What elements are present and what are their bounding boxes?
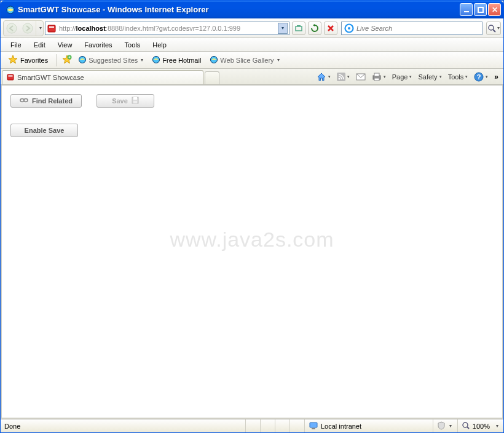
svg-line-35: [467, 427, 469, 429]
tab-active[interactable]: SmartGWT Showcase: [2, 70, 203, 84]
status-pad-4: [289, 419, 304, 432]
home-button[interactable]: ▾: [314, 72, 333, 82]
tab-bar: SmartGWT Showcase ▾ ▾ ▾ Page ▾: [1, 69, 503, 85]
shield-icon: [437, 421, 446, 431]
status-text: Done: [1, 419, 245, 432]
find-related-button[interactable]: Find Related: [10, 94, 82, 108]
watermark-text: www.java2s.com: [170, 228, 334, 252]
safety-menu[interactable]: Safety ▾: [415, 73, 444, 81]
svg-rect-24: [374, 78, 379, 81]
bing-icon: [344, 23, 354, 33]
web-slice-label: Web Slice Gallery: [220, 57, 274, 64]
enable-save-label: Enable Save: [25, 127, 65, 134]
protected-mode[interactable]: ▾: [433, 419, 457, 432]
svg-rect-8: [297, 25, 301, 26]
tools-label: Tools: [448, 73, 464, 81]
help-button[interactable]: ? ▾: [471, 72, 490, 82]
svg-rect-32: [310, 423, 317, 427]
read-mail-button[interactable]: [353, 73, 368, 81]
svg-point-10: [348, 27, 350, 30]
url-path: :8888/index.html?gwt.codesvr=127.0.0.1:9…: [106, 25, 240, 32]
tools-menu[interactable]: Tools ▾: [446, 73, 471, 81]
enable-save-button[interactable]: Enable Save: [10, 124, 78, 137]
svg-point-3: [7, 23, 17, 33]
find-related-label: Find Related: [32, 97, 73, 105]
safety-label: Safety: [418, 73, 437, 81]
security-zone[interactable]: Local intranet: [304, 419, 433, 432]
svg-rect-33: [312, 428, 315, 429]
toolbar-overflow-button[interactable]: »: [492, 73, 501, 81]
url-host: localhost: [76, 25, 106, 32]
svg-text:?: ?: [477, 73, 481, 81]
search-box[interactable]: [341, 22, 482, 35]
menu-file[interactable]: File: [6, 40, 26, 50]
command-bar: ▾ ▾ ▾ Page ▾ Safety ▾ Tools: [312, 69, 503, 84]
svg-line-12: [493, 30, 495, 32]
address-dropdown[interactable]: ▾: [278, 23, 288, 34]
svg-rect-23: [374, 73, 379, 76]
stop-button[interactable]: [324, 22, 337, 35]
feeds-button[interactable]: ▾: [334, 73, 352, 81]
print-button[interactable]: ▾: [369, 73, 388, 81]
menu-favorites[interactable]: Favorites: [79, 40, 117, 50]
browser-window: SmartGWT Showcase - Windows Internet Exp…: [0, 0, 504, 433]
svg-rect-18: [9, 76, 13, 77]
chevron-down-icon: ▾: [496, 423, 498, 429]
address-url: http://localhost:8888/index.html?gwt.cod…: [59, 25, 278, 32]
save-label: Save: [112, 97, 128, 105]
menu-view[interactable]: View: [53, 40, 77, 50]
suggested-sites-link[interactable]: Suggested Sites ▾: [76, 54, 146, 66]
menu-help[interactable]: Help: [148, 40, 171, 50]
computer-icon: [309, 421, 318, 431]
titlebar: SmartGWT Showcase - Windows Internet Exp…: [1, 1, 503, 18]
chevron-down-icon: ▾: [277, 57, 280, 63]
svg-point-34: [463, 423, 468, 427]
page-content: Find Related Save Enable Save www.java2s…: [1, 85, 503, 419]
nav-history-dropdown[interactable]: ▾: [36, 21, 43, 36]
window-title: SmartGWT Showcase - Windows Internet Exp…: [18, 5, 460, 14]
svg-rect-30: [133, 97, 137, 100]
menu-tools[interactable]: Tools: [120, 40, 146, 50]
svg-rect-5: [48, 25, 55, 32]
menu-edit[interactable]: Edit: [29, 40, 50, 50]
favorites-button[interactable]: Favorites: [4, 54, 52, 67]
page-menu[interactable]: Page ▾: [390, 73, 415, 81]
close-button[interactable]: ✕: [488, 3, 501, 16]
svg-point-11: [489, 25, 494, 30]
ie-page-icon: [152, 55, 160, 65]
search-go-button[interactable]: ▾: [486, 22, 501, 35]
status-bar: Done Local intranet ▾ 100% ▾: [1, 419, 503, 432]
new-tab-button[interactable]: [205, 71, 219, 84]
tab-title: SmartGWT Showcase: [17, 74, 84, 81]
chevron-down-icon: ▾: [347, 74, 350, 79]
back-button[interactable]: [4, 21, 20, 36]
search-input[interactable]: [356, 25, 479, 32]
zoom-control[interactable]: 100% ▾: [457, 419, 503, 432]
svg-rect-31: [133, 101, 137, 103]
status-pad-3: [275, 419, 289, 432]
add-favorite-icon[interactable]: [62, 55, 72, 66]
address-bar[interactable]: http://localhost:8888/index.html?gwt.cod…: [45, 22, 289, 35]
forward-button[interactable]: [20, 21, 36, 36]
refresh-button[interactable]: [308, 22, 321, 35]
window-controls: ✕: [460, 3, 501, 16]
link-icon: [20, 97, 28, 105]
chevron-down-icon: ▾: [141, 57, 143, 63]
compat-view-button[interactable]: [292, 22, 305, 35]
save-button[interactable]: Save: [96, 94, 154, 108]
chevron-down-icon: ▾: [449, 423, 452, 429]
ie-page-icon: [78, 55, 87, 65]
separator: [57, 54, 57, 66]
svg-rect-1: [464, 11, 469, 12]
page-favicon-icon: [47, 23, 57, 33]
tab-favicon-icon: [6, 73, 15, 82]
nav-arrows-group: ▾: [3, 20, 44, 36]
svg-rect-17: [7, 74, 14, 80]
maximize-button[interactable]: [474, 3, 487, 16]
ie-logo-icon: [6, 5, 15, 15]
free-hotmail-link[interactable]: Free Hotmail: [149, 54, 203, 66]
web-slice-link[interactable]: Web Slice Gallery ▾: [207, 54, 282, 66]
status-pad-2: [260, 419, 275, 432]
minimize-button[interactable]: [460, 3, 473, 16]
svg-rect-2: [478, 7, 483, 12]
